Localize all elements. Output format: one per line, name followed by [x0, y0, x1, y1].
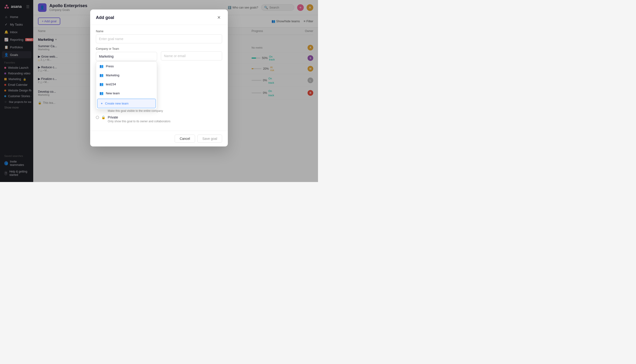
- lock-icon: 🔒: [101, 116, 105, 119]
- private-radio[interactable]: [96, 116, 99, 119]
- public-desc: Make this goal visible to the entire com…: [108, 109, 163, 112]
- dropdown-menu: 👥 Press 👥 Marketing 👥 test234: [96, 62, 157, 110]
- modal-overlay[interactable]: Add goal ✕ Name Company or Team: [0, 0, 318, 182]
- create-new-team-btn[interactable]: + Create new team: [97, 98, 156, 108]
- dropdown-item-label: New team: [106, 92, 120, 95]
- company-team-dropdown: 👥 Press 👥 Marketing 👥 test234: [96, 52, 157, 61]
- dropdown-item-label: test234: [106, 82, 116, 86]
- modal-footer: Cancel Save goal: [90, 130, 228, 146]
- private-radio-content: Private Only show this goal to its owner…: [108, 116, 170, 123]
- company-team-input[interactable]: [96, 52, 157, 61]
- owner-group: [161, 52, 222, 61]
- team-icon: 👥: [99, 91, 103, 95]
- cancel-button[interactable]: Cancel: [175, 134, 195, 143]
- dropdown-item-test234[interactable]: 👥 test234: [96, 80, 157, 89]
- dropdown-item-press[interactable]: 👥 Press: [96, 62, 157, 70]
- private-desc: Only show this goal to its owner and col…: [108, 120, 170, 123]
- private-radio-title: Private: [108, 116, 170, 119]
- dropdown-item-marketing[interactable]: 👥 Marketing: [96, 70, 157, 80]
- company-team-group: Company or Team 👥 Press 👥 Marketing: [96, 47, 157, 61]
- name-form-group: Name: [96, 30, 222, 43]
- owner-input[interactable]: [161, 52, 222, 60]
- plus-icon: +: [101, 102, 103, 105]
- create-new-team-label: Create new team: [105, 102, 129, 105]
- goal-name-input[interactable]: [96, 34, 222, 43]
- save-goal-button[interactable]: Save goal: [197, 134, 222, 143]
- modal-title: Add goal: [96, 15, 114, 20]
- company-owner-row: Company or Team 👥 Press 👥 Marketing: [96, 47, 222, 61]
- team-icon: 👥: [99, 64, 103, 68]
- dropdown-item-label: Marketing: [106, 74, 119, 77]
- add-goal-modal: Add goal ✕ Name Company or Team: [90, 10, 228, 146]
- privacy-private-option: 🔒 Private Only show this goal to its own…: [96, 116, 222, 123]
- name-label: Name: [96, 30, 222, 33]
- private-label: Private: [108, 116, 118, 119]
- team-icon: 👥: [99, 82, 103, 86]
- dropdown-item-new-team[interactable]: 👥 New team: [96, 89, 157, 98]
- modal-header: Add goal ✕: [90, 10, 228, 25]
- company-team-label: Company or Team: [96, 47, 157, 50]
- modal-body: Name Company or Team 👥 Press: [90, 25, 228, 130]
- team-icon: 👥: [99, 73, 103, 77]
- dropdown-item-label: Press: [106, 64, 114, 68]
- modal-close-btn[interactable]: ✕: [216, 14, 222, 21]
